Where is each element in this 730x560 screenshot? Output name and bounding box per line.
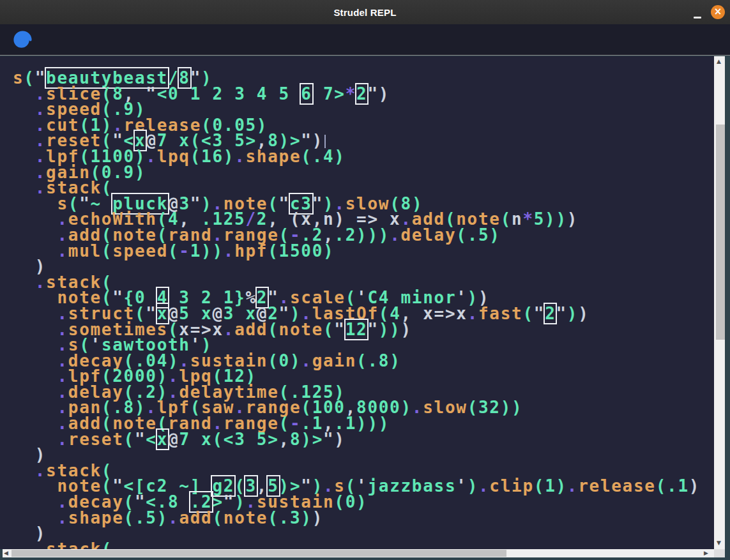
code-token: n [512, 209, 522, 229]
code-token: .5 [468, 225, 490, 245]
window-buttons: × [692, 0, 725, 24]
code-editor[interactable]: s("beautybeast/8").slice(8, "<0 1 2 3 4 … [0, 56, 714, 549]
code-token: " [556, 304, 567, 323]
code-token: .8 [367, 351, 390, 370]
code-token: ( [268, 351, 278, 370]
code-token: ) [135, 163, 146, 182]
horizontal-scrollbar[interactable]: ◀ ▶ [3, 549, 714, 557]
code-token: . [478, 476, 489, 496]
code-token: - [179, 241, 190, 261]
code-token: 8)> [290, 430, 323, 449]
code-token: ( [24, 68, 34, 87]
code-token: note [279, 320, 323, 339]
scroll-up-arrow-icon[interactable]: ▲ [717, 59, 721, 64]
code-token: .3 [279, 508, 301, 527]
code-token: ) [323, 241, 334, 261]
code-token: fast [478, 304, 522, 323]
code-token: ) [312, 508, 323, 527]
scroll-left-arrow-icon[interactable]: ◀ [4, 550, 8, 556]
code-token: ( [468, 398, 478, 417]
code-token: . [390, 225, 400, 245]
minimize-button[interactable] [692, 0, 703, 24]
code-token: x [157, 430, 168, 449]
code-token: 12 [346, 320, 368, 339]
strudel-logo-icon[interactable] [13, 30, 33, 50]
code-token: ) [334, 430, 345, 449]
code-token: " [135, 430, 146, 449]
code-token: ) [567, 304, 578, 323]
code-token: ) [489, 225, 500, 245]
code-line: ) [13, 526, 714, 541]
code-token: . [412, 398, 423, 417]
code-token: . [234, 147, 245, 166]
code-token: , [279, 430, 290, 449]
code-token: @ [168, 430, 179, 449]
code-token: delay [401, 225, 457, 245]
code-token: . [35, 178, 46, 197]
code-token: ) [468, 476, 478, 496]
code-token: s [13, 68, 24, 87]
code-token: . [224, 320, 234, 339]
code-token: .1 [667, 476, 689, 496]
code-token: . [567, 476, 578, 496]
code-token: ( [301, 147, 312, 166]
code-token: . [35, 540, 46, 549]
toolbar [0, 24, 730, 56]
code-token: . [301, 351, 312, 370]
code-token: 1500 [279, 241, 323, 261]
code-token: shape [246, 147, 301, 166]
code-line: .reset("<x@7 x(<3 5>,8)>") [13, 432, 714, 448]
code-token: ( [268, 320, 278, 339]
code-token: ))) [356, 225, 390, 245]
code-token: 16 [201, 147, 224, 166]
code-line: ) [13, 447, 714, 463]
code-token: ( [501, 209, 512, 229]
code-token: . [35, 461, 46, 480]
vertical-scrollbar[interactable]: ▲ ▼ [714, 56, 725, 549]
code-token: 0 [279, 351, 290, 370]
code-token: " [323, 430, 334, 449]
code-token: 7> [312, 84, 346, 103]
code-token: . [57, 508, 68, 527]
code-token: x=>x [423, 304, 467, 323]
code-token: ) [334, 147, 345, 166]
minimize-icon [694, 17, 701, 19]
code-token: ) [379, 84, 390, 103]
close-button[interactable]: × [711, 5, 725, 19]
vertical-scrollbar-thumb[interactable] [716, 125, 725, 340]
code-token: ) [356, 492, 367, 511]
code-token: hpf [234, 241, 268, 261]
scroll-right-arrow-icon[interactable]: ▶ [704, 550, 708, 556]
code-token: ( [212, 508, 223, 527]
code-line: .gain(0.9) [13, 165, 714, 181]
code-token: clip [489, 476, 533, 496]
code-token: lpq [157, 147, 190, 166]
code-token: ) [400, 320, 411, 339]
code-token: 0 [346, 492, 356, 511]
code-token: ))) [356, 414, 390, 433]
code-token: )) [501, 398, 523, 417]
code-token: * [522, 209, 533, 229]
code-line: .mul(speed(-1)).hpf(1500) [13, 243, 714, 259]
code-token: slow [423, 398, 467, 417]
code-token: reset [68, 430, 124, 449]
code-token: ( [268, 241, 278, 261]
code-token: )) [379, 320, 401, 339]
horizontal-scrollbar-thumb[interactable] [11, 550, 506, 557]
code-token: .5 [135, 508, 157, 527]
code-token: . [57, 430, 68, 449]
code-token: jazzbass [367, 476, 456, 496]
title-bar[interactable]: Strudel REPL × [0, 0, 730, 24]
code-token: . [168, 508, 179, 527]
code-token: mul [68, 241, 102, 261]
code-token: 32 [478, 398, 501, 417]
close-icon: × [714, 7, 722, 17]
code-line: ) [13, 259, 714, 275]
code-token: note [224, 508, 268, 527]
code-token: ( [124, 430, 135, 449]
code-token: ) [390, 351, 400, 370]
code-token: <0 1 2 3 4 5 [157, 84, 301, 103]
code-token: ( [190, 147, 201, 166]
code-token: 5 [534, 209, 545, 229]
scroll-down-arrow-icon[interactable]: ▼ [717, 540, 721, 546]
